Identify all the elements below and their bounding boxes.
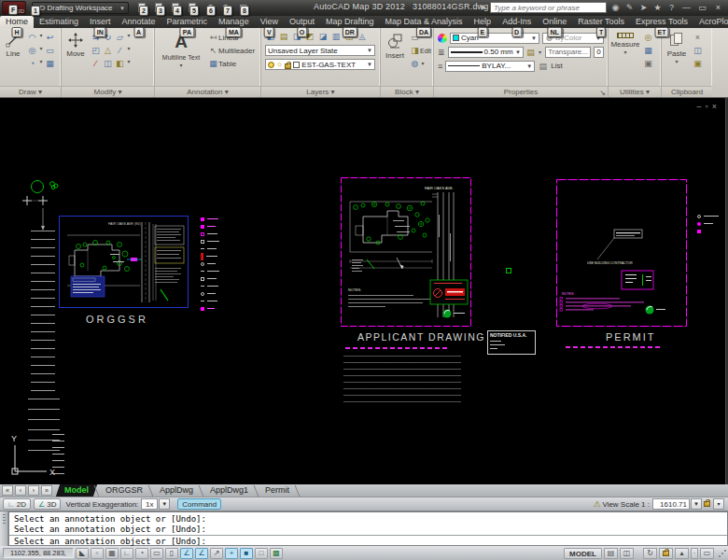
modify-flyout-arrow-1[interactable]: ▾ [126,32,132,45]
transparency-flyout-arrow[interactable]: ▾ [538,49,542,55]
erase-tool-icon[interactable]: ∕ [90,58,102,69]
fillet-tool-icon[interactable]: △ [102,45,114,56]
line-button[interactable]: Line [0,30,26,85]
list-label[interactable]: List [551,62,562,70]
tab-acroplot[interactable]: AcroPlot [693,16,728,28]
cut-icon[interactable]: × [692,32,704,43]
command-window-grip[interactable] [0,511,8,547]
rectangle-tool-icon[interactable]: ▭ [44,45,56,56]
panel-title-draw[interactable]: Draw ▾ [0,86,61,97]
view-2d-button[interactable]: ∟2D [3,498,31,510]
snap-mode-toggle[interactable]: ▫ [91,548,104,559]
status-options-dot[interactable]: · [691,548,698,559]
lineweight-display-toggle[interactable]: ■ [240,548,253,559]
save-button[interactable]: 4 [170,2,182,14]
object-color-combo[interactable]: Cyan ▼ [450,33,539,44]
tab-estimating[interactable]: Estimating [34,16,84,28]
layout-tab-orggsr[interactable]: ORGGSR [97,484,151,497]
tab-online[interactable]: OnlineNL [537,16,572,28]
layer-thaw-sun-icon[interactable]: ☼ [276,61,283,68]
tab-map-drafting[interactable]: Map DraftingDR [320,16,380,28]
layer-states-icon[interactable]: ◬ [357,31,368,42]
annotation-visibility-button[interactable] [659,548,673,559]
new-button[interactable]: 2 [136,2,148,14]
tab-annotate[interactable]: AnnotateA [117,16,161,28]
tab-output[interactable]: OutputO [284,16,320,28]
transparency-value-box[interactable]: 0 [594,47,604,58]
layout-tab-model[interactable]: Model [56,484,97,497]
paste-button[interactable]: Paste ▾ [662,30,692,85]
help-icon[interactable]: ? [666,3,677,12]
object-snap-toggle[interactable]: ▭ [150,548,163,559]
edit-label[interactable]: Edit [420,45,433,58]
model-space-button[interactable]: MODEL [564,548,602,559]
window-restore-button[interactable]: ▭ [696,3,708,12]
insert-block-button[interactable]: Insert [381,30,409,85]
scale-options-dropdown[interactable]: ▾ [713,498,724,510]
panel-title-utilities[interactable]: Utilities ▾ [609,86,661,97]
plot-button[interactable]: ▤8 [237,2,249,14]
tab-help[interactable]: HelpE [469,16,497,28]
panel-title-annotation[interactable]: Annotation ▾ [155,86,260,97]
layer-combo[interactable]: ☼ EST-GAS-TEXT ▼ [265,59,375,70]
scale-warning-icon[interactable]: ⚠ [591,499,602,509]
transparency-icon[interactable]: ▤ [526,47,535,58]
multileader-label[interactable]: Multileader [218,45,258,58]
tab-add-ins[interactable]: Add-InsD [497,16,537,28]
favorites-star-icon[interactable]: ★ [652,3,663,12]
tab-express-tools[interactable]: Express ToolsET [630,16,693,28]
view-3d-button[interactable]: ∠3D [34,498,61,510]
hatch-tool-icon[interactable]: ▦ [44,58,56,69]
osnap-angle-toggle[interactable]: ∠ [180,548,193,559]
last-layout-button[interactable]: » [41,485,52,496]
scale-lock-icon[interactable] [704,501,710,507]
3d-object-snap-toggle[interactable]: ▯ [165,548,178,559]
layer-state-combo[interactable]: Unsaved Layer State▼ [265,45,375,56]
subscription-wrench-icon[interactable]: ✎ [624,3,635,12]
quick-properties-toggle[interactable]: ▩ [270,548,283,559]
lineweight-combo[interactable]: 0.50 mm ▼ [448,47,524,58]
annotation-auto-scale-button[interactable]: ▴ [675,548,689,559]
layer-unlock-icon[interactable] [285,63,291,69]
copy-clip-icon[interactable]: ◫ [692,45,704,56]
tab-map-data-analysis[interactable]: Map Data & AnalysisDA [380,16,469,28]
resize-grip[interactable] [718,549,726,557]
mirror-tool-icon[interactable]: ◰ [90,45,102,56]
explode-tool-icon[interactable]: ◫ [102,58,114,69]
paste-flyout-arrow[interactable]: ▾ [675,58,678,64]
dynamic-ucs-toggle[interactable]: ↗ [210,548,223,559]
search-icon[interactable]: ◉ [610,3,621,12]
linetype-combo[interactable]: BYLAY... ▼ [445,61,535,72]
view-scale-dropdown[interactable]: ▼ [691,498,702,510]
next-layout-button[interactable]: › [28,485,39,496]
first-layout-button[interactable]: « [2,485,13,496]
drawing-minimize-button[interactable]: – [697,102,706,111]
annotation-scale-sync-button[interactable]: ↻ [643,548,657,559]
modify-flyout-arrow-2[interactable]: ▾ [126,45,132,58]
layer-color-swatch[interactable] [293,62,300,68]
tab-home[interactable]: HomeH [0,16,34,28]
quick-view-drawings-button[interactable]: ◫ [620,548,634,559]
save-as-button[interactable]: 5 [187,2,199,14]
layer-off-icon[interactable]: ▤ [278,31,289,42]
transparency-display-toggle[interactable]: □ [255,548,268,559]
redo-button[interactable]: ↷7 [220,2,232,14]
block-flyout-arrow[interactable]: ▾ [420,58,426,71]
layer-lock-icon[interactable]: ◪ [317,31,329,42]
panel-title-layers[interactable]: Layers ▾ [261,86,380,97]
multiline-text-button[interactable]: A Multiline Text ▾ [155,30,207,85]
polar-tracking-toggle[interactable]: ◔ [135,548,148,559]
tab-manage[interactable]: ManageMA [213,16,255,28]
tab-raster-tools[interactable]: Raster ToolsT [572,16,630,28]
orggsr-viewport[interactable]: FAIR OAKS AVE (90') [59,216,189,308]
dynamic-input-toggle[interactable]: + [225,548,238,559]
application-menu-button[interactable]: F 3D [2,1,26,15]
panel-title-properties[interactable]: Properties↘ [434,86,608,97]
mtext-flyout-arrow[interactable]: ▾ [179,62,182,68]
clean-screen-button[interactable]: ▭ [700,548,714,559]
list-icon[interactable]: ▤ [538,61,548,72]
layer-on-bulb-icon[interactable] [268,62,274,68]
layout-tab-appldwg[interactable]: ApplDwg [151,484,202,497]
revcloud-tool-icon[interactable]: ↩ [44,32,56,43]
window-minimize-button[interactable]: — [680,3,693,12]
